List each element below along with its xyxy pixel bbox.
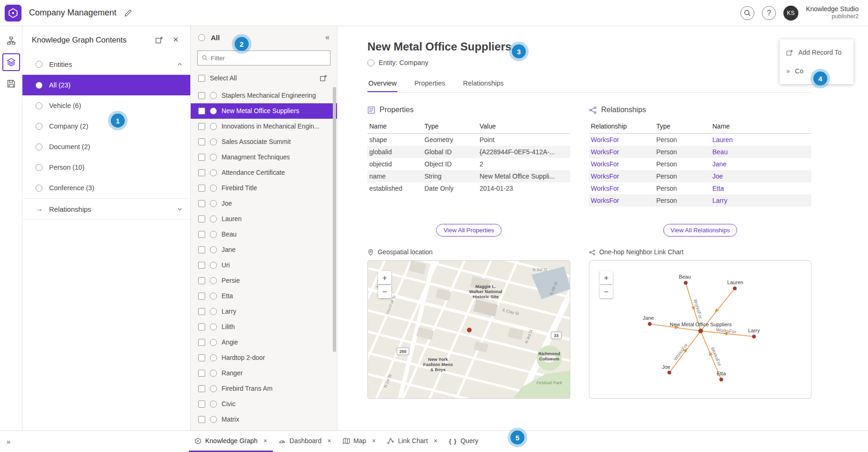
entities-group-header[interactable]: Entities [22,53,190,75]
entity-type-item[interactable]: Document (2) [22,136,190,157]
record-list-item[interactable]: Firebird Trans Am [191,381,337,396]
data-model-rail-button[interactable] [2,32,20,50]
related-entity-link[interactable]: Jane [710,158,811,170]
record-list-item[interactable]: Matrix [191,412,337,427]
record-checkbox[interactable] [198,323,205,330]
record-list-item[interactable]: Attendance Certificate [191,165,337,180]
record-checkbox[interactable] [198,277,205,284]
relationship-row[interactable]: WorksFor Person Larry [589,194,811,207]
tab-dashboard[interactable]: Dashboard ✕ [273,431,337,452]
record-list-item[interactable]: Staplers Mechanical Engineering [191,88,337,103]
zoom-in-button[interactable]: + [378,271,391,284]
zoom-out-button[interactable]: − [600,285,613,298]
record-checkbox[interactable] [198,246,205,253]
related-entity-link[interactable]: Beau [710,146,811,158]
select-all-checkbox[interactable] [198,75,205,82]
record-checkbox[interactable] [198,215,205,222]
related-entity-link[interactable]: Etta [710,182,811,194]
record-list-item[interactable]: Hardtop 2-door [191,350,337,366]
entity-type-item[interactable]: Vehicle (6) [22,95,190,116]
node-jane[interactable] [648,322,652,326]
record-list-item[interactable]: New Metal Office Suppliers [191,103,337,119]
tab-query[interactable]: { } Query [444,431,484,452]
search-button[interactable] [740,6,754,20]
relationship-link[interactable]: WorksFor [589,194,654,207]
property-row[interactable]: objectid Object ID 2 [367,158,570,170]
close-tab-icon[interactable]: ✕ [433,438,438,444]
tab-relationships[interactable]: Relationships [462,79,505,92]
record-checkbox[interactable] [198,169,205,176]
record-checkbox[interactable] [198,123,205,130]
record-checkbox[interactable] [198,138,205,145]
record-list-item[interactable]: Beau [191,227,337,242]
property-row[interactable]: shape Geometry Point [367,134,570,146]
record-list-item[interactable]: Ranger [191,366,337,381]
record-checkbox[interactable] [198,231,205,238]
related-entity-link[interactable]: Joe [710,170,811,182]
help-button[interactable]: ? [762,6,776,20]
record-checkbox[interactable] [198,339,205,346]
close-tab-icon[interactable]: ✕ [263,438,267,444]
filter-input[interactable] [211,55,326,62]
tab-properties[interactable]: Properties [413,79,446,92]
center-node[interactable] [698,329,703,333]
relationship-link[interactable]: WorksFor [589,146,654,158]
record-checkbox[interactable] [198,370,205,377]
record-list-item[interactable]: Jane [191,242,337,258]
close-tab-icon[interactable]: ✕ [372,438,376,444]
record-list-item[interactable]: Firebird Title [191,180,337,196]
tab-overview[interactable]: Overview [367,79,397,92]
entity-type-item[interactable]: All (23) [22,75,190,95]
record-list-item[interactable]: Joe [191,196,337,211]
related-entity-link[interactable]: Lauren [710,134,811,146]
contents-rail-button[interactable] [2,53,20,71]
record-checkbox[interactable] [198,385,205,392]
record-list-item[interactable]: Lilith [191,319,337,335]
view-all-properties-button[interactable]: View All Properties [436,224,502,237]
record-checkbox[interactable] [198,308,205,315]
record-list-item[interactable]: Sales Associate Summit [191,134,337,150]
record-checkbox[interactable] [198,108,205,115]
record-list-item[interactable]: Angie [191,335,337,350]
add-entity-type-icon[interactable] [153,34,165,46]
related-entity-link[interactable]: Larry [710,194,811,207]
record-list-item[interactable]: Lauren [191,211,337,227]
node-etta[interactable] [719,378,723,381]
node-beau[interactable] [684,281,688,285]
record-checkbox[interactable] [198,401,205,408]
record-checkbox[interactable] [198,416,205,423]
scrollbar-thumb[interactable] [333,87,336,352]
collapse-panel-icon[interactable]: « [325,33,330,42]
expand-panel-icon[interactable]: » [7,438,17,445]
node-larry[interactable] [752,335,756,338]
user-avatar[interactable]: KS [783,6,798,21]
view-all-relationships-button[interactable]: View All Relationships [663,224,738,237]
relationship-row[interactable]: WorksFor Person Joe [589,170,811,182]
zoom-in-button[interactable]: + [600,271,613,284]
tab-map[interactable]: Map ✕ [337,431,381,452]
relationships-group-header[interactable]: → Relationships [22,198,190,220]
record-checkbox[interactable] [198,293,205,300]
property-row[interactable]: established Date Only 2014-01-23 [367,182,570,194]
add-record-icon[interactable] [317,72,330,84]
record-list-item[interactable]: Persie [191,273,337,288]
entity-type-item[interactable]: Conference (3) [22,178,190,198]
record-list-item[interactable]: Civic [191,396,337,412]
save-rail-button[interactable] [2,75,20,93]
relationship-link[interactable]: WorksFor [589,158,654,170]
record-list-item[interactable]: Etta [191,288,337,304]
record-list-item[interactable]: Innovations in Mechanical Engin... [191,119,337,134]
record-checkbox[interactable] [198,154,205,161]
tab-link-chart[interactable]: Link Chart ✕ [381,431,443,452]
entity-type-item[interactable]: Person (10) [22,157,190,178]
property-row[interactable]: name String New Metal Office Suppli... [367,170,570,182]
geospatial-map[interactable]: N Clay St Marshall St E Clay St N 3rd St… [367,260,570,399]
node-joe[interactable] [667,371,671,374]
node-lauren[interactable] [733,287,737,290]
relationship-link[interactable]: WorksFor [589,170,654,182]
relationship-row[interactable]: WorksFor Person Beau [589,146,811,158]
tab-knowledge-graph[interactable]: Knowledge Graph ✕ [189,431,273,452]
record-checkbox[interactable] [198,200,205,207]
relationship-link[interactable]: WorksFor [589,182,654,194]
record-list-item[interactable]: Managment Techniques [191,150,337,165]
